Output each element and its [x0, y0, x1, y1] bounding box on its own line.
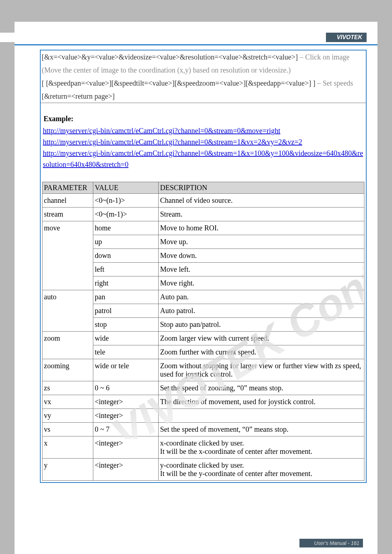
cell-param: x: [42, 436, 93, 459]
cell-description: Move up.: [159, 235, 364, 249]
cell-param: y: [42, 459, 93, 481]
cell-description: Move to home ROI.: [159, 221, 364, 235]
cell-value: patrol: [93, 304, 159, 318]
cell-description: Move right.: [159, 276, 364, 290]
cell-description: Auto patrol.: [159, 304, 364, 318]
cell-param: zs: [42, 381, 93, 395]
cell-value: tele: [93, 345, 159, 359]
cell-description: x-coordinate clicked by user.It will be …: [159, 436, 364, 459]
example-title: Example:: [44, 115, 364, 123]
syntax-line2: (Move the center of image to the coordin…: [41, 63, 366, 77]
page-top-margin: [15, 0, 377, 22]
table-row: stream<0~(m-1)>Stream.: [42, 208, 364, 221]
cell-value: wide or tele: [93, 359, 159, 381]
cell-param: channel: [42, 194, 93, 208]
brand-label: VIVOTEK: [326, 33, 367, 42]
table-row: channel<0~(n-1)>Channel of video source.: [42, 194, 364, 208]
cell-param: zoom: [42, 332, 93, 359]
cell-description: Zoom further with current speed.: [159, 345, 364, 359]
header-bar: VIVOTEK: [15, 22, 377, 45]
syntax-line3-code: [ [&speedpan=<value>][&speedtilt=<value>…: [42, 79, 315, 87]
cell-value: down: [93, 249, 159, 263]
table-row: vy<integer>: [42, 409, 364, 423]
cell-param: zooming: [42, 359, 93, 381]
cell-description: Stream.: [159, 208, 364, 221]
page: VIVOTEK [&x=<value>&y=<value>&videosize=…: [15, 0, 377, 554]
th-value: VALUE: [93, 182, 159, 194]
syntax-line3-note: – Set speeds: [315, 79, 353, 87]
table-row: zoomwideZoom larger view with current sp…: [42, 332, 364, 345]
table-row: zoomingwide or teleZoom without stopping…: [42, 359, 364, 381]
table-row: y<integer>y-coordinate clicked by user.I…: [42, 459, 364, 481]
table-row: autopanAuto pan.: [42, 290, 364, 304]
table-row: x<integer>x-coordinate clicked by user.I…: [42, 436, 364, 459]
cell-description: y-coordinate clicked by user.It will be …: [159, 459, 364, 481]
cell-value: up: [93, 235, 159, 249]
cell-description: The direction of movement, used for joys…: [159, 395, 364, 409]
cell-param: stream: [42, 208, 93, 221]
syntax-box: [&x=<value>&y=<value>&videosize=<value>&…: [41, 50, 366, 103]
cell-param: vy: [42, 409, 93, 423]
content-frame: [&x=<value>&y=<value>&videosize=<value>&…: [40, 50, 367, 483]
cell-value: <integer>: [93, 395, 159, 409]
parameter-table: PARAMETER VALUE DESCRIPTION channel<0~(n…: [42, 182, 364, 481]
cell-value: 0 ~ 7: [93, 423, 159, 436]
cell-value: stop: [93, 318, 159, 332]
cell-value: <0~(m-1)>: [93, 208, 159, 221]
example-link-2[interactable]: http://myserver/cgi-bin/camctrl/eCamCtrl…: [43, 149, 363, 168]
cell-description: [159, 409, 364, 423]
syntax-line1-note: – Click on image: [298, 53, 350, 61]
cell-description: Move down.: [159, 249, 364, 263]
table-row: vs0 ~ 7Set the speed of movement, “0” me…: [42, 423, 364, 436]
cell-description: Set the speed of movement, “0” means sto…: [159, 423, 364, 436]
cell-value: <integer>: [93, 459, 159, 481]
syntax-line1-code: [&x=<value>&y=<value>&videosize=<value>&…: [42, 53, 298, 61]
cell-description: Zoom without stopping for larger view or…: [159, 359, 364, 381]
example-link-0[interactable]: http://myserver/cgi-bin/camctrl/eCamCtrl…: [43, 127, 280, 135]
cell-value: <0~(n-1)>: [93, 194, 159, 208]
syntax-line4: [&return=<return page>]: [41, 90, 366, 103]
th-description: DESCRIPTION: [159, 182, 364, 194]
example-section: Example: http://myserver/cgi-bin/camctrl…: [41, 103, 366, 170]
cell-description: Channel of video source.: [159, 194, 364, 208]
cell-value: pan: [93, 290, 159, 304]
cell-value: <integer>: [93, 436, 159, 459]
cell-param: move: [42, 221, 93, 290]
cell-value: 0 ~ 6: [93, 381, 159, 395]
cell-description: Stop auto pan/patrol.: [159, 318, 364, 332]
table-row: zs0 ~ 6Set the speed of zooming, “0” mea…: [42, 381, 364, 395]
cell-param: vs: [42, 423, 93, 436]
table-row: movehomeMove to home ROI.: [42, 221, 364, 235]
cell-value: right: [93, 276, 159, 290]
table-row: vx<integer>The direction of movement, us…: [42, 395, 364, 409]
example-link-1[interactable]: http://myserver/cgi-bin/camctrl/eCamCtrl…: [43, 138, 302, 146]
cell-description: Zoom larger view with current speed.: [159, 332, 364, 345]
cell-param: vx: [42, 395, 93, 409]
cell-value: left: [93, 263, 159, 276]
cell-value: <integer>: [93, 409, 159, 423]
cell-description: Auto pan.: [159, 290, 364, 304]
cell-value: home: [93, 221, 159, 235]
cell-param: auto: [42, 290, 93, 332]
footer: User's Manual - 161: [299, 539, 363, 547]
th-parameter: PARAMETER: [42, 182, 93, 194]
cell-description: Move left.: [159, 263, 364, 276]
table-header-row: PARAMETER VALUE DESCRIPTION: [42, 182, 364, 194]
cell-description: Set the speed of zooming, “0” means stop…: [159, 381, 364, 395]
cell-value: wide: [93, 332, 159, 345]
